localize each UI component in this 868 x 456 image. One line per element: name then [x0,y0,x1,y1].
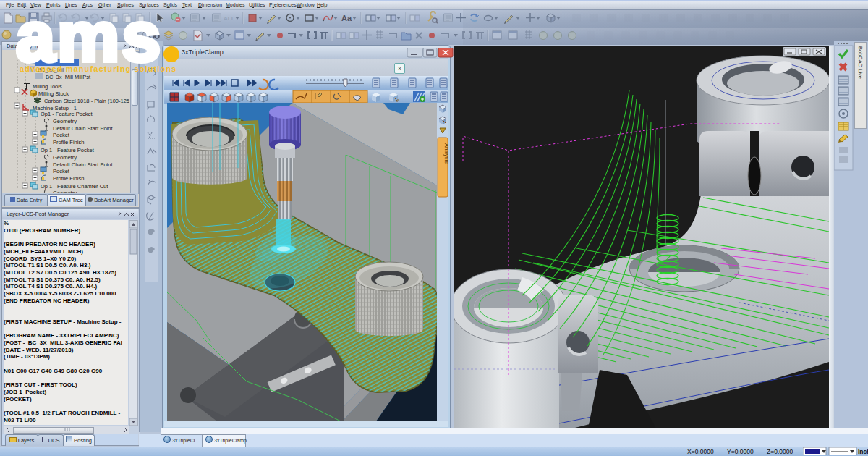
svg-text:Analysis: Analysis [443,143,448,164]
svg-text:Profile Finish: Profile Finish [53,175,84,182]
svg-text:Default Chain Start Point: Default Chain Start Point [53,125,113,132]
svg-text:Milling Stock: Milling Stock [38,90,69,97]
svg-text:Pocket: Pocket [53,168,70,174]
svg-text:Carbon Steel 1018 - Plain (100: Carbon Steel 1018 - Plain (100-125 HB) [44,98,129,104]
svg-text:Default Chain Start Point: Default Chain Start Point [53,161,113,168]
svg-text:Op 1 - Feature Pocket: Op 1 - Feature Pocket [41,147,95,153]
svg-text:Profile Finish: Profile Finish [53,139,84,145]
svg-text:Geometry: Geometry [53,118,77,124]
svg-text:Geometry: Geometry [53,154,77,161]
svg-text:BC_3x_Mil: BC_3x_Mil [38,67,64,73]
svg-text:Milling Tools: Milling Tools [33,83,62,90]
svg-text:Op 1 - Feature Chamfer Cut: Op 1 - Feature Chamfer Cut [41,183,109,190]
svg-text:BC_3x_Mill MillPst: BC_3x_Mill MillPst [46,74,91,80]
svg-text:Op1 - Feature Pocket: Op1 - Feature Pocket [41,111,93,117]
svg-text:Pocket: Pocket [53,132,70,138]
